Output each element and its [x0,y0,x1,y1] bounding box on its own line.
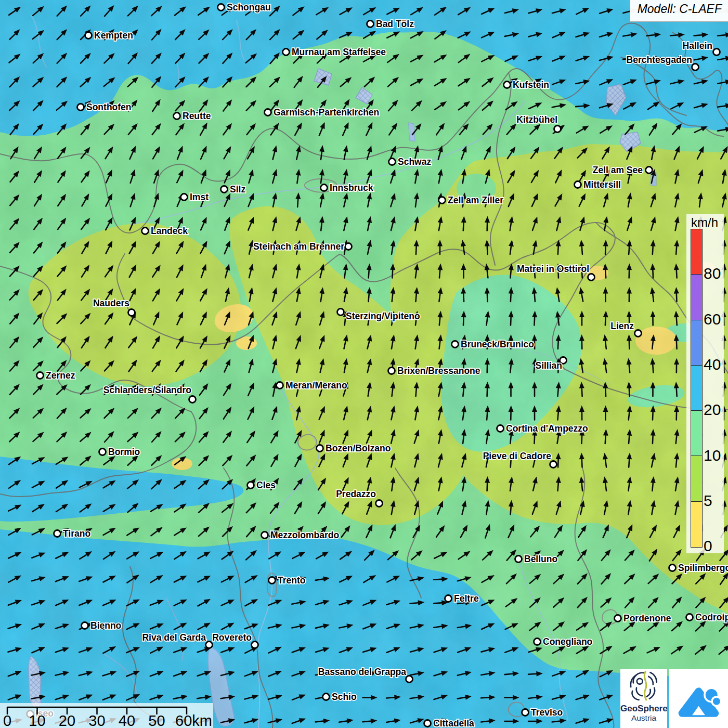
city-label: Landeck [151,226,188,236]
city-marker [206,642,213,648]
geosphere-country: Austria [620,713,667,722]
city-marker [283,49,290,56]
city-marker [174,113,180,120]
city-marker [534,639,541,645]
city-marker [554,126,561,133]
city-label: Kitzbühel [516,114,557,125]
city-label: Nauders [93,298,129,308]
city-label: Pieve di Cadore [483,451,552,461]
city-label: Bassano del Grappa [318,667,406,677]
model-box: Modell: C-LAEF [630,0,728,22]
scale-tick-label: 10 [29,712,45,728]
city-marker [445,595,452,602]
city-steinach-am-brenner: Steinach am Brenner [253,241,352,252]
city-marker [77,104,84,111]
city-label: Mezzolombardo [270,530,339,540]
city-marker [669,565,676,571]
legend-tick-80: 80 [704,266,721,281]
city-label: Bad Tölz [376,19,414,29]
scale-bar: 0102030405060km [0,703,213,728]
legend-colorbar [691,229,703,548]
city-marker [265,109,271,116]
city-marker [713,49,720,56]
city-marker [522,709,529,716]
city-label: Riva del Garda [142,632,206,643]
legend-segment-40 [691,320,702,366]
city-marker [692,64,699,71]
scale-tick-label: 0 [3,712,11,728]
scale-tick-label: 40 [119,712,135,728]
city-marker [575,181,581,188]
city-conegliano: Conegliano [534,636,593,647]
city-label: Conegliano [543,636,592,647]
city-label: Sillian [535,360,562,371]
city-label: Codroipo [695,612,728,622]
city-brixen-bressanone: Brixen/Bressanone [388,366,480,376]
city-label: Cles [256,480,276,490]
geosphere-logo: GeoSphere Austria [620,669,667,728]
city-marker [54,530,61,537]
city-label: Imst [190,192,209,202]
city-label: Garmisch-Partenkirchen [274,107,379,118]
city-marker [497,425,504,432]
city-cortina-d-ampezzo: Cortina d'Ampezzo [497,423,588,434]
city-sterzing-vipiteno: Sterzing/Vipiteno [337,309,420,322]
wind-forecast-map: SchongauBad TölzKemptenMurnau am Staffel… [0,0,728,728]
legend-segment-80 [691,229,702,275]
city-label: Reutte [183,111,211,121]
city-marker [337,309,344,316]
city-marker [269,577,276,584]
city-label: Bozen/Bolzano [326,443,391,453]
city-label: Bormio [108,447,140,457]
city-label: Treviso [531,707,563,718]
city-label: Spilimbergo [678,563,728,573]
city-label: Tirano [63,528,90,539]
city-label: Bruneck/Brunico [461,339,534,349]
city-label: Brixen/Bressanone [397,366,480,376]
city-murnau-am-staffelsee: Murnau am Staffelsee [283,47,386,57]
city-marker [615,615,621,622]
city-marker [439,197,446,204]
city-marker [262,532,268,539]
city-mezzolombardo: Mezzolombardo [262,530,340,540]
city-marker [635,330,642,337]
scale-tick-label: 20 [59,712,75,728]
city-marker [345,243,352,250]
city-marker [686,614,693,621]
legend-tick-5: 5 [704,493,712,509]
city-label: Zell am See [593,165,643,175]
scale-tick-label: 30 [88,712,105,728]
city-label: Sonthofen [86,102,132,112]
city-marker [248,482,254,489]
city-label: Cittadella [433,718,474,728]
city-schio: Schio [323,692,357,702]
city-marker [321,185,328,191]
city-marker [221,186,228,193]
model-label: Modell: C-LAEF [638,2,722,16]
city-cles: Cles [248,480,276,490]
city-spilimbergo: Spilimbergo [669,563,728,573]
city-marker [323,694,330,700]
scale-bar-graphic: 0102030405060km [0,703,213,728]
city-label: Schlanders/Silandro [103,385,191,395]
city-label: Feltre [454,593,479,604]
city-bozen-bolzano: Bozen/Bolzano [317,443,391,453]
city-label: Innsbruck [330,183,373,193]
city-marker [367,21,374,28]
city-marker [515,556,522,563]
city-marker [389,159,396,165]
city-label: Berchtesgaden [627,55,692,65]
legend-segment-10 [691,411,702,456]
legend-segment-0 [691,502,702,547]
city-meran-merano: Meran/Merano [277,380,347,391]
city-label: Murnau am Staffelsee [292,47,386,57]
city-marker [82,622,88,629]
city-marker [376,500,383,507]
city-garmisch-partenkirchen: Garmisch-Partenkirchen [265,107,380,118]
city-label: Mittersill [583,179,621,190]
city-marker [388,368,395,374]
mountain-cloud-icon [669,669,728,728]
city-label: Kufstein [513,80,549,90]
city-imst: Imst [181,192,209,202]
scale-tick-label: 50 [148,712,165,728]
